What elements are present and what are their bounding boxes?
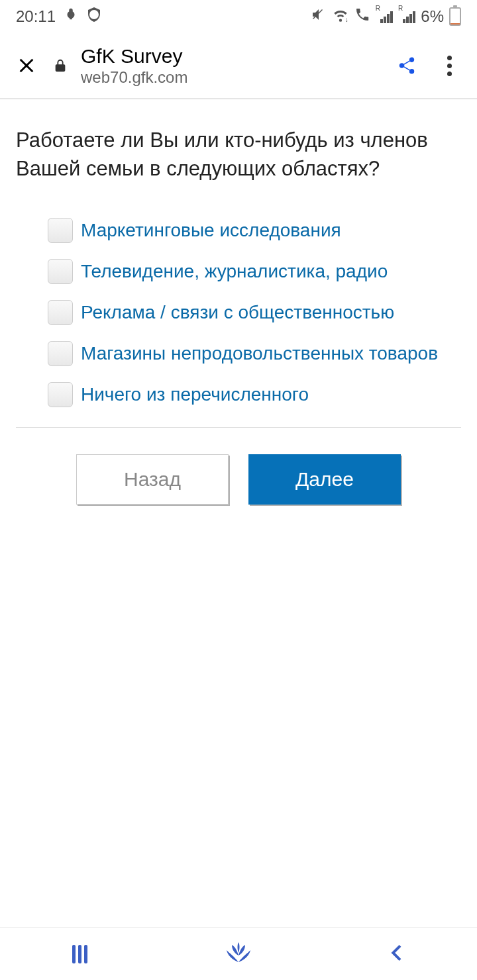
browser-bar: GfK Survey web70.gfk.com — [0, 33, 477, 99]
signal-r-label: R — [376, 5, 380, 12]
close-icon — [17, 56, 36, 75]
system-nav-bar — [0, 927, 477, 980]
mute-icon — [311, 7, 327, 26]
options-list: Маркетинговые исследования Телевидение, … — [16, 217, 461, 407]
home-button[interactable] — [219, 934, 258, 974]
option-row[interactable]: Телевидение, журналистика, радио — [48, 258, 461, 284]
option-label: Ничего из перечисленного — [81, 381, 309, 407]
option-row[interactable]: Ничего из перечисленного — [48, 381, 461, 407]
checkbox[interactable] — [48, 382, 73, 407]
chevron-left-icon — [387, 942, 408, 966]
option-label: Маркетинговые исследования — [81, 217, 341, 243]
svg-text:↓: ↓ — [344, 15, 348, 23]
survey-content: Работаете ли Вы или кто-нибудь из членов… — [0, 99, 477, 927]
option-label: Магазины непродовольственных товаров — [81, 340, 438, 366]
divider — [16, 427, 461, 428]
recents-icon — [72, 945, 87, 963]
wifi-icon: ↓ — [332, 6, 349, 27]
checkbox[interactable] — [48, 300, 73, 325]
lotus-icon — [223, 937, 254, 971]
page-url: web70.gfk.com — [81, 68, 379, 87]
option-row[interactable]: Магазины непродовольственных товаров — [48, 340, 461, 366]
lock-icon — [53, 58, 68, 73]
call-icon — [354, 7, 370, 26]
option-label: Реклама / связи с общественностью — [81, 299, 394, 325]
overflow-menu-button[interactable] — [435, 51, 464, 80]
battery-pct: 6% — [421, 7, 444, 26]
share-icon — [397, 56, 417, 75]
status-bar: 20:11 ↓ R R 6% — [0, 0, 477, 33]
signal-icon-2 — [403, 10, 415, 23]
url-section[interactable]: GfK Survey web70.gfk.com — [81, 44, 379, 87]
option-row[interactable]: Реклама / связи с общественностью — [48, 299, 461, 325]
back-button[interactable]: Назад — [76, 454, 229, 505]
status-time: 20:11 — [16, 7, 56, 26]
survey-nav-buttons: Назад Далее — [16, 454, 461, 505]
option-label: Телевидение, журналистика, радио — [81, 258, 388, 284]
checkbox[interactable] — [48, 259, 73, 284]
app-icon-1 — [64, 7, 78, 26]
survey-question: Работаете ли Вы или кто-нибудь из членов… — [16, 126, 461, 183]
share-button[interactable] — [392, 51, 421, 80]
checkbox[interactable] — [48, 218, 73, 243]
close-button[interactable] — [13, 52, 40, 79]
next-button[interactable]: Далее — [248, 454, 401, 505]
more-vert-icon — [447, 56, 452, 76]
back-nav-button[interactable] — [378, 934, 417, 974]
page-title: GfK Survey — [81, 44, 379, 68]
recents-button[interactable] — [60, 934, 99, 974]
option-row[interactable]: Маркетинговые исследования — [48, 217, 461, 243]
checkbox[interactable] — [48, 341, 73, 366]
battery-icon — [449, 7, 461, 26]
signal-icon-1 — [380, 10, 393, 23]
app-icon-2 — [86, 7, 102, 26]
signal-r-label-2: R — [398, 5, 403, 12]
